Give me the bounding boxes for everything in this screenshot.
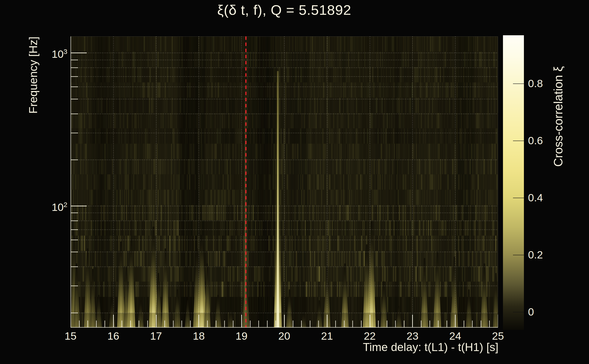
colorbar-tick-label-0: 0 [528,306,534,318]
colorbar-tick-0.6 [513,141,524,141]
x-tick-label-16: 16 [98,330,129,342]
x-tick-label-23: 23 [396,330,428,342]
colorbar-tick-0.8 [513,84,524,84]
x-tick-label-24: 24 [439,330,471,342]
heatmap-canvas [71,36,498,328]
colorbar-tick-0.4 [513,198,524,198]
colorbar-tick-label-0.6: 0.6 [528,134,543,147]
x-tick-label-25: 25 [482,330,514,342]
colorbar-tick-0.2 [513,255,524,255]
x-tick-label-20: 20 [268,330,300,342]
x-tick-label-22: 22 [354,330,386,342]
colorbar-tick-0 [513,312,524,312]
figure-root: ξ(δ t, f), Q = 5.51892 Frequency [Hz] Ti… [0,0,589,364]
colorbar-tick-label-0.8: 0.8 [528,77,543,90]
x-tick-label-19: 19 [226,330,257,342]
x-tick-label-18: 18 [183,330,215,342]
y-tick-label-1000: 103 [31,46,67,60]
colorbar-label: Cross-correlation ξ [551,66,565,167]
y-tick-label-100: 102 [31,199,67,213]
x-tick-label-17: 17 [140,330,172,342]
colorbar-gradient [503,35,524,330]
plot-title: ξ(δ t, f), Q = 5.51892 [71,2,498,18]
x-tick-label-15: 15 [55,330,86,342]
colorbar-tick-label-0.2: 0.2 [528,249,543,261]
colorbar-tick-label-0.4: 0.4 [528,192,543,204]
x-tick-label-21: 21 [311,330,343,342]
x-axis-label: Time delay: t(L1) - t(H1) [s] [273,341,498,354]
